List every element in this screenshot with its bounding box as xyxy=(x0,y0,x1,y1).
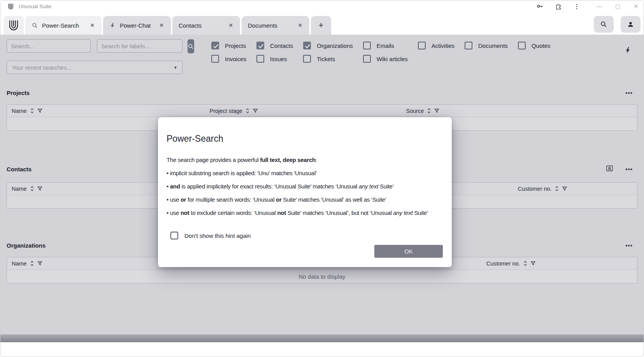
close-tab-icon[interactable]: ✕ xyxy=(88,21,96,29)
checkbox-activities[interactable] xyxy=(418,42,426,49)
checkbox-contacts[interactable] xyxy=(256,42,264,49)
filter-funnel-icon[interactable] xyxy=(562,186,567,191)
filter-funnel-icon[interactable] xyxy=(435,108,440,113)
section-title: Projects xyxy=(7,90,30,96)
submit-search-button[interactable] xyxy=(188,39,194,53)
organizations-empty-row: No data to display xyxy=(7,269,637,283)
more-options-icon[interactable]: ••• xyxy=(625,91,633,95)
dialog-intro: The search page provides a powerful full… xyxy=(167,157,443,163)
tab-documents[interactable]: Documents ✕ xyxy=(242,16,309,35)
checkbox-invoices[interactable] xyxy=(211,55,219,63)
tab-label: Contacts xyxy=(179,22,220,29)
filter-documents: Documents xyxy=(465,42,508,49)
checkbox-tickets[interactable] xyxy=(303,55,311,63)
new-tab-button[interactable]: + xyxy=(311,16,331,35)
dialog-title: Power-Search xyxy=(167,134,443,144)
recent-searches-placeholder: Your recent searches... xyxy=(12,64,72,71)
filter-wiki-articles: Wiki articles xyxy=(363,55,408,63)
entity-filter-group: Projects Contacts Organizations Emails A… xyxy=(211,42,550,63)
tab-label: Documents xyxy=(248,22,289,29)
checkbox-organizations[interactable] xyxy=(303,42,311,49)
column-header-customer-no[interactable]: Customer no. xyxy=(518,186,567,192)
filter-contacts: Contacts xyxy=(256,42,293,49)
browser-menu-icon[interactable]: ⋮ xyxy=(573,2,581,10)
dont-show-again-checkbox[interactable] xyxy=(170,232,178,239)
search-input[interactable] xyxy=(7,39,91,53)
app-window: Unusual Suite ⋮ — ▢ ✕ P xyxy=(0,0,644,357)
tab-bar: Power-Search ✕ Power-Chat ✕ Contacts ✕ D… xyxy=(0,12,644,35)
dialog-bullet: • and is applied implicitely for exact r… xyxy=(167,183,443,190)
filter-tickets: Tickets xyxy=(303,55,353,63)
filter-emails: Emails xyxy=(363,42,408,49)
filter-funnel-icon[interactable] xyxy=(37,261,42,266)
sort-icon[interactable] xyxy=(30,108,34,114)
contact-card-icon[interactable] xyxy=(605,164,614,174)
app-logo-icon xyxy=(7,3,14,10)
close-tab-icon[interactable]: ✕ xyxy=(296,21,304,29)
checkbox-quotes[interactable] xyxy=(518,42,526,49)
sort-icon[interactable] xyxy=(555,186,559,192)
more-options-icon[interactable]: ••• xyxy=(625,244,633,248)
checkbox-documents[interactable] xyxy=(465,42,472,49)
sort-icon[interactable] xyxy=(246,108,250,114)
checkbox-projects[interactable] xyxy=(211,42,219,49)
search-icon xyxy=(32,22,38,29)
titlebar: Unusual Suite ⋮ — ▢ ✕ xyxy=(0,0,644,12)
close-window-button[interactable]: ✕ xyxy=(633,3,638,9)
column-header-customer-no[interactable]: Customer no. xyxy=(486,260,536,267)
tab-power-search[interactable]: Power-Search ✕ xyxy=(25,16,102,35)
column-header-name[interactable]: Name xyxy=(12,186,42,192)
checkbox-issues[interactable] xyxy=(256,55,264,63)
key-icon[interactable] xyxy=(536,2,544,10)
minimize-button[interactable]: — xyxy=(597,3,602,9)
search-panel: Your recent searches... ▼ Projects Conta… xyxy=(7,39,637,74)
sort-icon[interactable] xyxy=(523,260,528,266)
close-tab-icon[interactable]: ✕ xyxy=(227,21,235,29)
checkbox-wiki-articles[interactable] xyxy=(363,55,371,63)
sort-icon[interactable] xyxy=(30,260,34,266)
tab-label: Power-Search xyxy=(42,22,81,29)
suite-logo-icon xyxy=(8,19,19,31)
account-button[interactable] xyxy=(621,16,640,33)
chevron-down-icon: ▼ xyxy=(174,65,177,70)
tab-contacts[interactable]: Contacts ✕ xyxy=(172,16,240,35)
sort-icon[interactable] xyxy=(427,108,432,114)
tab-power-chat[interactable]: Power-Chat ✕ xyxy=(103,16,171,35)
ok-button[interactable]: OK xyxy=(374,245,443,258)
window-controls: — ▢ ✕ xyxy=(597,3,638,9)
column-header-source[interactable]: Source xyxy=(406,108,440,114)
more-options-icon[interactable]: ••• xyxy=(625,167,633,171)
column-header-name[interactable]: Name xyxy=(12,260,42,267)
home-logo-tab[interactable] xyxy=(4,16,24,35)
global-search-button[interactable] xyxy=(594,16,614,33)
filter-funnel-icon[interactable] xyxy=(37,186,42,191)
close-tab-icon[interactable]: ✕ xyxy=(158,21,165,29)
app-title: Unusual Suite xyxy=(19,4,51,9)
filter-funnel-icon[interactable] xyxy=(37,108,42,113)
power-actions-bolt-icon[interactable] xyxy=(624,46,632,56)
filter-invoices: Invoices xyxy=(211,55,246,63)
checkbox-emails[interactable] xyxy=(363,42,371,49)
column-header-project-stage[interactable]: Project stage xyxy=(210,108,258,114)
filter-funnel-icon[interactable] xyxy=(253,108,258,113)
status-bar xyxy=(0,334,644,342)
dont-show-again-label: Don't show this hint again xyxy=(184,232,251,239)
bolt-icon xyxy=(109,22,116,29)
filter-organizations: Organizations xyxy=(303,42,353,49)
filter-funnel-icon[interactable] xyxy=(531,261,536,266)
power-search-hint-dialog: Power-Search The search page provides a … xyxy=(158,117,452,267)
extensions-icon[interactable] xyxy=(555,2,562,10)
section-title: Contacts xyxy=(7,166,32,172)
person-icon xyxy=(627,21,634,28)
column-header-name[interactable]: Name xyxy=(12,108,42,114)
sort-icon[interactable] xyxy=(30,186,34,192)
projects-table-header: Name Project stage Source xyxy=(7,105,637,117)
search-icon xyxy=(600,21,607,28)
filter-quotes: Quotes xyxy=(518,42,550,49)
labels-search-input[interactable] xyxy=(97,39,182,53)
filter-issues: Issues xyxy=(256,55,293,63)
dialog-bullet: • use or for multiple search words: ‘Unu… xyxy=(167,196,443,203)
filter-projects: Projects xyxy=(211,42,246,49)
maximize-button[interactable]: ▢ xyxy=(615,3,620,9)
recent-searches-dropdown[interactable]: Your recent searches... ▼ xyxy=(7,61,182,74)
